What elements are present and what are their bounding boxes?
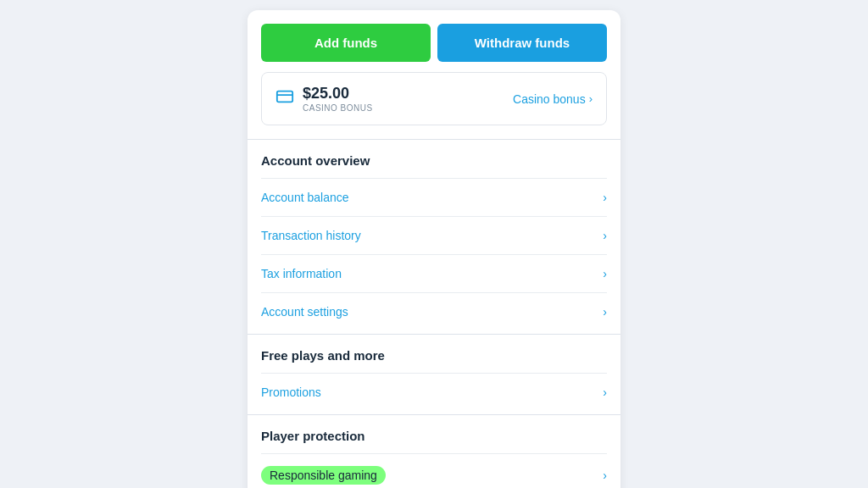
section-0: Account overviewAccount balance›Transact…: [248, 139, 620, 334]
wallet-icon: [275, 87, 294, 110]
balance-info: $25.00 CASINO BONUS: [303, 85, 373, 113]
balance-amount: $25.00: [303, 85, 373, 103]
svg-rect-0: [277, 92, 292, 103]
casino-bonus-text: Casino bonus: [513, 92, 586, 106]
page-container: Add funds Withdraw funds $25.00 CASINO B…: [0, 0, 868, 488]
section-0-title: Account overview: [261, 153, 607, 168]
menu-item-label-0-2: Tax information: [261, 267, 342, 280]
menu-chevron-0-1: ›: [603, 229, 607, 242]
sections-container: Account overviewAccount balance›Transact…: [248, 139, 620, 488]
menu-chevron-0-0: ›: [603, 191, 607, 204]
menu-item-0-1[interactable]: Transaction history›: [261, 216, 607, 254]
menu-chevron-0-3: ›: [603, 305, 607, 319]
menu-item-label-1-0: Promotions: [261, 385, 321, 399]
menu-chevron-0-2: ›: [603, 267, 607, 280]
menu-item-1-0[interactable]: Promotions›: [261, 373, 607, 411]
casino-bonus-chevron: ›: [589, 92, 593, 105]
balance-left: $25.00 CASINO BONUS: [275, 85, 373, 113]
action-buttons: Add funds Withdraw funds: [248, 10, 620, 72]
menu-chevron-1-0: ›: [603, 385, 607, 399]
menu-item-0-0[interactable]: Account balance›: [261, 178, 607, 216]
menu-item-label-0-0: Account balance: [261, 191, 349, 204]
menu-chevron-2-0: ›: [603, 469, 607, 482]
casino-bonus-link[interactable]: Casino bonus ›: [513, 92, 593, 106]
menu-item-0-2[interactable]: Tax information›: [261, 254, 607, 292]
section-1-title: Free plays and more: [261, 348, 607, 363]
menu-item-0-3[interactable]: Account settings›: [261, 292, 607, 330]
balance-card: $25.00 CASINO BONUS Casino bonus ›: [261, 72, 607, 125]
section-2: Player protectionResponsible gaming›: [248, 414, 620, 488]
section-1: Free plays and morePromotions›: [248, 334, 620, 414]
withdraw-funds-button[interactable]: Withdraw funds: [437, 24, 607, 62]
section-2-title: Player protection: [261, 429, 607, 443]
balance-label: CASINO BONUS: [303, 103, 373, 113]
menu-item-label-2-0: Responsible gaming: [261, 466, 386, 485]
main-card: Add funds Withdraw funds $25.00 CASINO B…: [248, 10, 620, 488]
menu-item-label-0-3: Account settings: [261, 305, 348, 319]
menu-item-label-0-1: Transaction history: [261, 229, 361, 242]
menu-item-2-0[interactable]: Responsible gaming›: [261, 453, 607, 488]
add-funds-button[interactable]: Add funds: [261, 24, 431, 62]
